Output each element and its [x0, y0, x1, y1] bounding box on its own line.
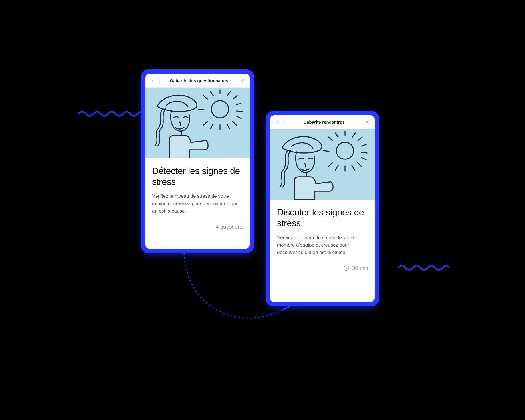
svg-line-30 — [335, 133, 338, 137]
header-title: Gabarits des questionnaires — [162, 78, 236, 83]
svg-line-22 — [358, 137, 362, 140]
card-illustration — [145, 88, 250, 158]
card-title: Détecter les signes de stress — [152, 166, 243, 187]
close-icon — [240, 78, 245, 83]
svg-point-2 — [211, 101, 229, 118]
card-description: Vérifiez le niveau de stress de votre éq… — [152, 193, 243, 215]
svg-line-4 — [233, 96, 237, 99]
back-button[interactable] — [273, 118, 282, 127]
svg-line-15 — [227, 124, 230, 129]
svg-line-10 — [203, 96, 207, 99]
svg-line-16 — [210, 124, 213, 129]
question-count-label: 4 questions — [216, 224, 243, 230]
svg-line-5 — [237, 111, 242, 112]
svg-line-31 — [362, 144, 366, 146]
card-title: Discuter les signes de stress — [277, 207, 368, 229]
svg-line-12 — [210, 92, 213, 96]
svg-line-13 — [237, 103, 241, 105]
card-questionnaire-template[interactable]: Gabarits des questionnaires — [145, 74, 250, 249]
duration-label: 30 min — [352, 265, 368, 271]
close-button[interactable] — [238, 76, 247, 85]
header-title: Gabarits rencontres — [287, 120, 361, 124]
svg-line-32 — [362, 158, 366, 160]
header-divider — [159, 78, 160, 84]
chevron-left-icon — [275, 120, 280, 124]
close-icon — [365, 120, 369, 124]
svg-line-9 — [198, 109, 204, 110]
clock-icon — [343, 265, 349, 271]
close-button[interactable] — [363, 118, 372, 127]
svg-line-27 — [323, 151, 329, 151]
svg-line-11 — [227, 92, 230, 96]
svg-line-8 — [203, 121, 207, 125]
wave-decoration-left — [78, 110, 153, 118]
svg-line-24 — [358, 163, 362, 167]
svg-line-33 — [352, 165, 355, 170]
card-illustration — [270, 129, 375, 200]
header-divider — [284, 119, 285, 125]
svg-line-28 — [328, 137, 332, 140]
card-description: Vérifiez le niveau de stress de votre me… — [277, 234, 368, 257]
svg-line-14 — [237, 116, 241, 118]
chevron-left-icon — [150, 78, 155, 83]
svg-point-20 — [336, 142, 354, 159]
svg-line-26 — [328, 163, 332, 167]
card-meeting-template[interactable]: Gabarits rencontres — [270, 115, 375, 302]
wave-decoration-right — [398, 264, 449, 272]
back-button[interactable] — [148, 76, 157, 85]
svg-line-23 — [362, 152, 367, 153]
svg-line-6 — [233, 121, 237, 125]
svg-line-29 — [352, 133, 355, 137]
svg-line-34 — [335, 165, 338, 170]
